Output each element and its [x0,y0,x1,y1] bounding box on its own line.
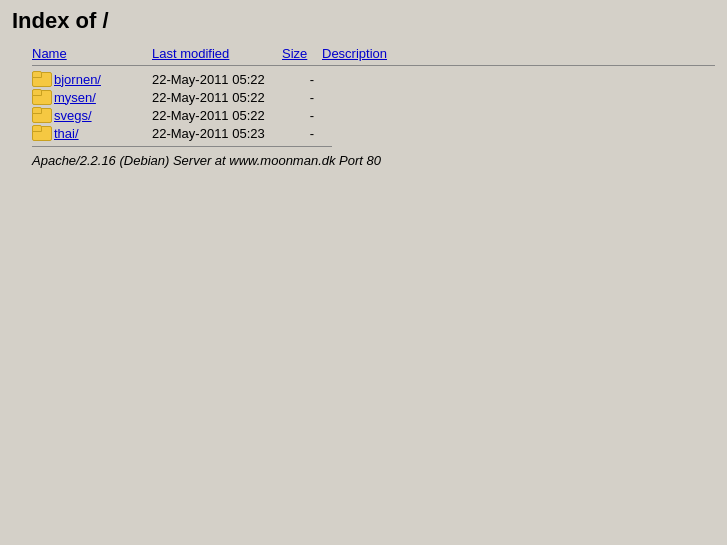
entry-size: - [282,72,322,87]
col-size-header: Size [282,46,322,61]
table-row: svegs/ 22-May-2011 05:22 - [32,106,715,124]
entry-name-col: mysen/ [32,89,152,105]
folder-icon [32,71,50,87]
table-row: bjornen/ 22-May-2011 05:22 - [32,70,715,88]
entry-size: - [282,108,322,123]
entries-list: bjornen/ 22-May-2011 05:22 - mysen/ 22-M… [32,70,715,142]
bottom-divider [32,146,332,147]
folder-icon [32,107,50,123]
entry-date: 22-May-2011 05:22 [152,72,282,87]
entry-date: 22-May-2011 05:23 [152,126,282,141]
server-info: Apache/2.2.16 (Debian) Server at www.moo… [32,153,715,168]
entry-name-col: bjornen/ [32,71,152,87]
table-row: thai/ 22-May-2011 05:23 - [32,124,715,142]
entry-size: - [282,126,322,141]
sort-by-name[interactable]: Name [32,46,67,61]
folder-icon [32,89,50,105]
sort-by-modified[interactable]: Last modified [152,46,229,61]
folder-icon [32,125,50,141]
col-desc-header: Description [322,46,422,61]
column-headers: Name Last modified Size Description [32,46,715,66]
entry-size: - [282,90,322,105]
table-row: mysen/ 22-May-2011 05:22 - [32,88,715,106]
entry-name-col: svegs/ [32,107,152,123]
directory-link[interactable]: svegs/ [54,108,149,123]
directory-listing: Name Last modified Size Description bjor… [32,46,715,168]
entry-date: 22-May-2011 05:22 [152,90,282,105]
entry-date: 22-May-2011 05:22 [152,108,282,123]
sort-by-description[interactable]: Description [322,46,387,61]
entry-name-col: thai/ [32,125,152,141]
col-modified-header: Last modified [152,46,282,61]
directory-link[interactable]: thai/ [54,126,149,141]
directory-link[interactable]: bjornen/ [54,72,149,87]
directory-link[interactable]: mysen/ [54,90,149,105]
sort-by-size[interactable]: Size [282,46,307,61]
col-name-header: Name [32,46,152,61]
page-heading: Index of / [12,8,715,34]
